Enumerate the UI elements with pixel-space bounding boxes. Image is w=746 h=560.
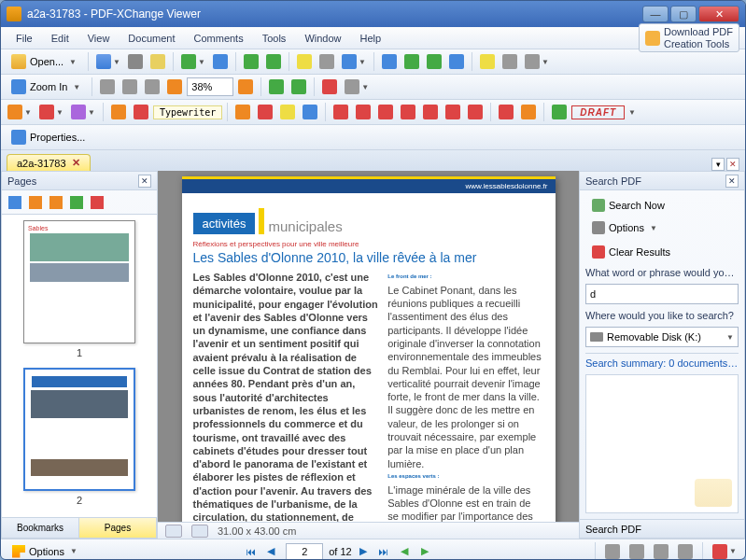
rotate-cw[interactable]	[289, 77, 309, 97]
page-thumbnail-2[interactable]	[23, 368, 135, 491]
menu-tools[interactable]: Tools	[253, 30, 296, 47]
email-button[interactable]	[148, 51, 168, 72]
cloud-tool[interactable]	[465, 102, 486, 122]
save-button[interactable]: ▼	[93, 51, 123, 72]
first-page-button[interactable]: ⏮	[241, 542, 260, 561]
stamp-dropdown[interactable]: ▼	[628, 108, 636, 117]
pages-panel-close[interactable]: ✕	[138, 175, 151, 188]
thumb-options[interactable]	[67, 193, 86, 212]
oval-tool[interactable]	[398, 102, 418, 122]
ocr-button[interactable]	[210, 51, 231, 72]
typewriter-tool[interactable]: Typewriter	[153, 105, 222, 119]
fit-page[interactable]	[120, 77, 140, 97]
eraser-tool[interactable]	[518, 102, 539, 122]
thumb-zoom-out[interactable]	[26, 193, 45, 212]
thumb-zoom-in[interactable]	[6, 193, 24, 212]
snapshot-tool[interactable]	[317, 51, 337, 72]
clear-results-button[interactable]: Clear Results	[585, 243, 739, 261]
menu-view[interactable]: View	[78, 30, 120, 47]
undo-button[interactable]	[241, 51, 261, 72]
line-tool[interactable]	[353, 102, 373, 122]
draft-stamp[interactable]: DRAFT	[571, 105, 625, 119]
tab-pages[interactable]: Pages	[79, 518, 157, 538]
layout-single[interactable]	[602, 541, 623, 561]
pencil-tool[interactable]	[496, 102, 516, 122]
next-page-button[interactable]: ▶	[354, 542, 373, 561]
document-tab[interactable]: a2a-31783 ✕	[7, 154, 91, 171]
fit-width[interactable]	[142, 77, 162, 97]
zoom-plus-button[interactable]	[235, 77, 256, 97]
tab-close-icon[interactable]: ✕	[72, 157, 80, 169]
open-button[interactable]: Open...▼	[5, 51, 83, 72]
next-view-button[interactable]: ▶	[415, 542, 434, 561]
rect-tool[interactable]	[375, 102, 396, 122]
print-button[interactable]	[125, 51, 146, 72]
menu-help[interactable]: Help	[351, 30, 391, 47]
sticky-note-tool[interactable]: ▼	[5, 102, 35, 122]
text-tool[interactable]	[300, 102, 320, 122]
status-options[interactable]: Options▼	[7, 543, 83, 560]
strikeout-tool[interactable]	[255, 102, 275, 122]
thumb-delete[interactable]	[88, 193, 106, 212]
last-page-button[interactable]: ⏭	[374, 542, 393, 561]
search-footer-tab[interactable]: Search PDF	[580, 519, 744, 538]
tab-bookmarks[interactable]: Bookmarks	[2, 518, 79, 538]
layout-continuous[interactable]	[626, 541, 647, 561]
menu-window[interactable]: Window	[295, 30, 350, 47]
find-button[interactable]	[379, 51, 400, 72]
page-number-input[interactable]	[286, 543, 323, 560]
zoom-input[interactable]	[187, 77, 233, 96]
underline-tool[interactable]	[277, 102, 298, 122]
arrow-tool[interactable]	[331, 102, 351, 122]
search-now-button[interactable]: Search Now	[585, 196, 671, 215]
menu-file[interactable]: File	[7, 30, 42, 47]
attach-tool[interactable]: ▼	[36, 102, 66, 122]
actual-size[interactable]	[97, 77, 118, 97]
export-button[interactable]: ▼	[710, 541, 739, 561]
search-location-select[interactable]: Removable Disk (K:) ▼	[585, 327, 739, 347]
next-result[interactable]	[424, 51, 444, 72]
home-button[interactable]: ▼	[342, 77, 372, 97]
polyline-tool[interactable]	[420, 102, 441, 122]
highlight-tool[interactable]	[232, 102, 253, 122]
textbox-tool[interactable]	[131, 102, 151, 122]
scan-button[interactable]: ▼	[178, 51, 208, 72]
tool-a[interactable]: ▼	[522, 51, 552, 72]
page-thumbnail-1[interactable]: Sables	[23, 220, 135, 343]
properties-button[interactable]: Properties...	[5, 127, 91, 147]
sound-tool[interactable]: ▼	[68, 102, 98, 122]
close-button[interactable]: ✕	[698, 6, 739, 22]
thumb-print[interactable]	[47, 193, 65, 212]
snapshot-button[interactable]	[500, 51, 520, 72]
tab-close-all[interactable]: ✕	[726, 158, 739, 171]
search-button[interactable]	[446, 51, 467, 72]
redo-button[interactable]	[263, 51, 284, 72]
rotate-ccw[interactable]	[266, 77, 287, 97]
tab-list-button[interactable]: ▾	[711, 158, 725, 171]
layout-continuous-facing[interactable]	[675, 541, 696, 561]
prev-result[interactable]	[401, 51, 422, 72]
search-options-button[interactable]: Options▼	[585, 218, 664, 237]
select-tool[interactable]: ▼	[339, 51, 369, 72]
zoom-out-button[interactable]	[164, 77, 185, 97]
polygon-tool[interactable]	[443, 102, 463, 122]
zoom-in-button[interactable]: Zoom In▼	[5, 77, 87, 97]
clipboard-button[interactable]	[477, 51, 498, 72]
download-tools-button[interactable]: Download PDF Creation Tools	[639, 23, 739, 51]
stamp-tool[interactable]	[549, 102, 570, 122]
menu-document[interactable]: Document	[119, 30, 184, 47]
document-scroll[interactable]: www.lessablesdolonne.fr activités munici…	[158, 171, 579, 522]
maximize-button[interactable]: ▢	[670, 6, 697, 22]
callout-tool[interactable]	[108, 102, 129, 122]
hand-tool[interactable]	[294, 51, 315, 72]
minimize-button[interactable]: —	[642, 6, 669, 22]
search-input[interactable]	[585, 284, 739, 304]
ruler-icon-2[interactable]	[191, 525, 208, 538]
menu-comments[interactable]: Comments	[185, 30, 253, 47]
ruler-icon-1[interactable]	[165, 525, 182, 538]
layout-facing[interactable]	[651, 541, 671, 561]
search-close[interactable]: ✕	[725, 175, 739, 188]
menu-edit[interactable]: Edit	[42, 30, 78, 47]
prev-page-button[interactable]: ◀	[261, 542, 280, 561]
help-button[interactable]	[319, 77, 340, 97]
